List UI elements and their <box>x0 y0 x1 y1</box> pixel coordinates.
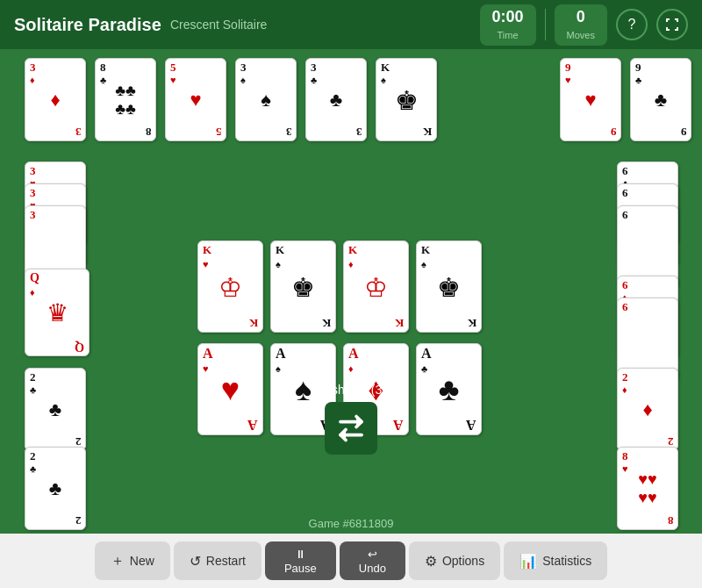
card-8h[interactable]: 8 ♥ ♥♥♥♥ 8 <box>617 447 678 530</box>
undo-button[interactable]: ↩ Undo <box>340 541 405 580</box>
statistics-label: Statistics <box>542 554 591 568</box>
time-value: 0:00 <box>492 8 524 26</box>
help-button[interactable]: ? <box>616 9 648 40</box>
card-8c[interactable]: 8 ♣ ♣♣♣♣ 8 <box>95 58 156 141</box>
options-icon: ⚙ <box>425 553 437 570</box>
fullscreen-button[interactable] <box>656 9 688 40</box>
reshuffle-area: Reshuffle (3) <box>316 383 386 455</box>
card-2d[interactable]: 2 ♦ ♦ 2 <box>617 368 678 451</box>
pause-label: Pause <box>284 562 317 575</box>
header: Solitaire Paradise Crescent Solitaire 0:… <box>0 0 702 49</box>
game-number: Game #6811809 <box>309 517 394 530</box>
card-ks-top[interactable]: K ♠ ♚ K <box>376 58 437 141</box>
card-2c-2[interactable]: 2 ♣ ♣ 2 <box>25 447 86 530</box>
pause-icon: ⏸ <box>295 548 306 561</box>
time-stat: 0:00 Time <box>480 4 536 46</box>
app-title: Solitaire Paradise <box>14 15 161 35</box>
reshuffle-button[interactable] <box>325 402 377 455</box>
header-right: 0:00 Time 0 Moves ? <box>480 4 688 46</box>
new-button[interactable]: ＋ New <box>95 541 170 580</box>
card-ah[interactable]: A ♥ ♥ A <box>197 343 263 435</box>
card-2c-1[interactable]: 2 ♣ ♣ 2 <box>25 368 86 451</box>
options-label: Options <box>442 554 484 568</box>
card-ac[interactable]: A ♣ ♣ A <box>416 343 482 435</box>
undo-label: Undo <box>359 562 386 575</box>
card-kd[interactable]: K ♦ ♔ K <box>343 240 409 333</box>
restart-label: Restart <box>206 554 246 568</box>
time-label: Time <box>498 30 519 40</box>
restart-button[interactable]: ↺ Restart <box>174 541 261 580</box>
undo-icon: ↩ <box>368 548 377 561</box>
new-label: New <box>130 554 154 568</box>
new-icon: ＋ <box>111 552 125 570</box>
moves-stat: 0 Moves <box>555 4 607 46</box>
card-9h[interactable]: 9 ♥ ♥ 9 <box>560 58 621 141</box>
moves-label: Moves <box>567 30 595 40</box>
card-9c-top[interactable]: 9 ♣ ♣ 9 <box>630 58 691 141</box>
card-kc[interactable]: K ♠ ♚ K <box>270 240 336 333</box>
stat-divider <box>545 9 546 40</box>
card-3d[interactable]: 3 ♦ ♦ 3 <box>25 58 86 141</box>
options-button[interactable]: ⚙ Options <box>409 541 500 580</box>
card-3c[interactable]: 3 ♣ ♣ 3 <box>305 58 367 141</box>
game-subtitle: Crescent Solitaire <box>170 18 268 32</box>
restart-icon: ↺ <box>190 553 201 570</box>
statistics-button[interactable]: 📊 Statistics <box>504 541 607 580</box>
card-qd[interactable]: Q ♦ ♛ Q <box>25 269 90 356</box>
moves-value: 0 <box>567 8 595 26</box>
game-area: 3 ♦ ♦ 3 8 ♣ ♣♣♣♣ 8 5 ♥ ♥ 5 3 ♠ ♠ 3 3 ♣ ♣… <box>0 49 702 539</box>
header-left: Solitaire Paradise Crescent Solitaire <box>14 15 267 35</box>
reshuffle-label: Reshuffle (3) <box>316 383 386 397</box>
toolbar: ＋ New ↺ Restart ⏸ Pause ↩ Undo ⚙ Options… <box>0 534 702 588</box>
statistics-icon: 📊 <box>519 553 537 570</box>
card-5h[interactable]: 5 ♥ ♥ 5 <box>165 58 226 141</box>
card-ks-center[interactable]: K ♠ ♚ K <box>416 240 482 333</box>
card-kh[interactable]: K ♥ ♔ K <box>197 240 263 333</box>
card-3s[interactable]: 3 ♠ ♠ 3 <box>235 58 297 141</box>
pause-button[interactable]: ⏸ Pause <box>265 541 336 580</box>
